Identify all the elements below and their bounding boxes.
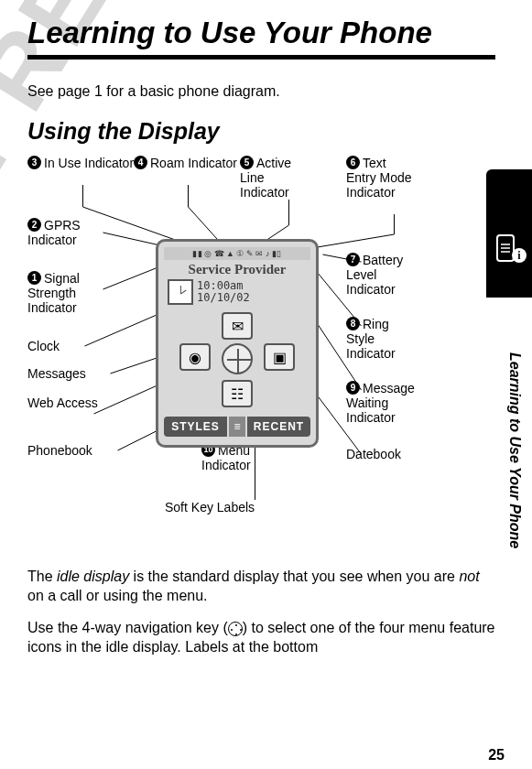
phonebook-icon: ☷ <box>222 380 253 407</box>
callout-ring: 8Ring Style Indicator <box>346 317 419 361</box>
page-title: Learning to Use Your Phone <box>27 16 495 60</box>
side-running-title: Learning to Use Your Phone <box>506 352 523 548</box>
softkey-left: STYLES <box>164 417 227 437</box>
callout-clock: Clock <box>27 339 60 353</box>
ring-icon: ♪ <box>266 249 270 258</box>
callout-roam: 4Roam Indicator <box>134 156 237 170</box>
messages-icon: ✉ <box>222 312 253 340</box>
battery-icon: ▮▯ <box>272 249 282 258</box>
clock-face-icon <box>168 279 193 305</box>
body-para-1: The idle display is the standard display… <box>27 568 495 606</box>
callout-active-line: 5Active Line Indicator <box>240 156 304 200</box>
callout-msgwait: 9Message Waiting Indicator <box>346 381 419 425</box>
callout-messages: Messages <box>27 366 86 381</box>
softkey-row: STYLES ≡ RECENT <box>164 417 310 437</box>
callout-text-entry: 6Text Entry Mode Indicator <box>346 156 419 200</box>
side-tab: i Learning to Use Your Phone <box>486 169 532 600</box>
clock-text: 10:00am 10/10/02 <box>197 280 250 304</box>
nav-key-icon <box>228 622 243 636</box>
callout-web: Web Access <box>27 395 101 410</box>
signal-icon: ▮▮ <box>192 249 202 258</box>
callout-battery: 7Battery Level Indicator <box>346 253 419 297</box>
web-icon: ◉ <box>179 343 211 371</box>
line-icon: ① <box>236 249 244 258</box>
callout-datebook: Datebook <box>346 447 401 461</box>
service-provider: Service Provider <box>164 262 310 277</box>
inuse-icon: ☎ <box>214 249 225 258</box>
callout-phonebook: Phonebook <box>27 443 92 458</box>
text-icon: ✎ <box>246 249 255 258</box>
intro-text: See page 1 for a basic phone diagram. <box>27 83 495 100</box>
callout-gprs: 2GPRS Indicator <box>27 218 110 247</box>
phone-screen: ▮▮ ◎ ☎ ▲ ① ✎ ✉ ♪ ▮▯ Service Provider 10:… <box>156 239 319 448</box>
status-bar: ▮▮ ◎ ☎ ▲ ① ✎ ✉ ♪ ▮▯ <box>164 247 310 260</box>
datebook-icon: ▣ <box>264 343 295 371</box>
msg-icon: ✉ <box>255 249 264 258</box>
phone-info-icon: i <box>492 232 528 265</box>
callout-signal: 1Signal Strength Indicator <box>27 271 110 315</box>
page-number: 25 <box>488 747 505 764</box>
section-heading: Using the Display <box>27 118 495 145</box>
callout-softkeys: Soft Key Labels <box>165 500 255 514</box>
roam-icon: ▲ <box>226 249 234 258</box>
callout-menu: 10Menu Indicator <box>201 443 284 472</box>
dpad-icon <box>222 343 253 374</box>
gprs-icon: ◎ <box>204 249 212 258</box>
phone-diagram: 3In Use Indicator 4Roam Indicator 5Activ… <box>27 152 495 555</box>
page-content: Learning to Use Your Phone See page 1 fo… <box>0 0 532 656</box>
menu-indicator-icon: ≡ <box>229 417 245 437</box>
callout-in-use: 3In Use Indicator <box>27 156 134 170</box>
softkey-right: RECENT <box>247 417 310 437</box>
body-para-2: Use the 4-way navigation key () to selec… <box>27 619 495 657</box>
